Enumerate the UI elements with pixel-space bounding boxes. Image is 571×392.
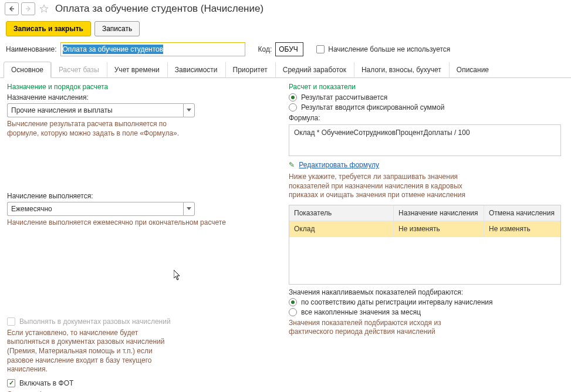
tab-avg[interactable]: Средний заработок [275,62,354,78]
freq-hint: Начисление выполняется ежемесячно при ок… [7,218,277,228]
single-doc-checkbox [7,317,15,326]
freq-label: Начисление выполняется: [7,192,277,200]
tab-base[interactable]: Расчет базы [51,62,107,78]
code-input[interactable] [275,42,303,56]
accum-date-label: по соответствию даты регистрации интерва… [301,298,493,306]
forward-button[interactable] [21,2,35,15]
fot-checkbox[interactable] [7,379,15,387]
window-title: Оплата за обучение студентов (Начисление… [55,3,263,15]
code-label: Код: [258,45,272,53]
back-button[interactable] [5,2,19,15]
ind-header-3: Отмена начисления [484,205,560,221]
right-section-title: Расчет и показатели [289,83,564,91]
purpose-select[interactable]: Прочие начисления и выплаты [7,103,183,117]
arrow-left-icon [8,5,15,12]
arrow-right-icon [25,5,32,12]
ind-cell-name: Оклад [289,221,394,236]
left-section-title: Назначение и порядок расчета [7,83,277,91]
save-close-button[interactable]: Записать и закрыть [6,21,91,36]
single-doc-label: Выполнять в документах разовых начислени… [19,317,171,326]
ind-cell-cancel: Не изменять [484,221,560,236]
tabs: Основное Расчет базы Учет времени Зависи… [0,61,571,78]
result-fixed-radio[interactable] [289,103,297,111]
ind-header-2: Назначение начисления [394,205,484,221]
accum-hint: Значения показателей подбираются исходя … [289,319,465,337]
name-input[interactable]: Оплата за обучение студентов [60,42,245,56]
save-button[interactable]: Записать [94,21,140,36]
freq-select-dropdown[interactable] [183,202,195,216]
purpose-label: Назначение начисления: [7,93,277,102]
tab-desc[interactable]: Описание [449,62,496,78]
indicators-hint: Ниже укажите, требуется ли запрашивать з… [289,173,477,200]
result-calc-radio[interactable] [289,93,297,102]
not-used-checkbox[interactable] [316,45,325,53]
accum-date-radio[interactable] [289,298,297,306]
name-label: Наименование: [6,45,57,53]
accum-all-label: все накопленные значения за месяц [301,308,421,316]
result-calc-label: Результат рассчитывается [301,93,387,102]
formula-box: Оклад * ОбучениеСотрудниковПроцентДоплат… [289,124,561,156]
name-input-value: Оплата за обучение студентов [63,45,164,54]
tab-tax[interactable]: Налоги, взносы, бухучет [354,62,449,78]
favorite-button[interactable] [38,2,50,15]
star-icon [39,4,49,13]
table-row[interactable]: Оклад Не изменять Не изменять [289,221,560,237]
freq-select[interactable]: Ежемесячно [7,202,183,216]
tab-deps[interactable]: Зависимости [167,62,225,78]
accum-label: Значения накапливаемых показателей подби… [289,288,564,296]
single-doc-hint: Если установлено, то начисление будет вы… [7,329,171,374]
purpose-select-dropdown[interactable] [183,103,195,117]
ind-cell-assign: Не изменять [394,221,484,236]
tab-time[interactable]: Учет времени [107,62,167,78]
chevron-down-icon [187,109,191,112]
accum-all-radio[interactable] [289,308,297,316]
result-fixed-label: Результат вводится фиксированной суммой [301,103,444,111]
chevron-down-icon [187,207,191,211]
formula-label: Формула: [289,114,564,122]
not-used-label: Начисление больше не используется [328,45,450,53]
fot-label: Включать в ФОТ [19,379,73,387]
pencil-icon: ✎ [289,161,295,169]
tab-main[interactable]: Основное [4,62,51,78]
tab-priority[interactable]: Приоритет [225,62,275,78]
ind-header-1: Показатель [289,205,394,221]
table-blank-area [289,237,560,284]
edit-formula-link[interactable]: Редактировать формулу [299,161,379,169]
purpose-hint: Вычисление результата расчета выполняетс… [7,120,183,138]
indicators-table: Показатель Назначение начисления Отмена … [289,205,561,285]
